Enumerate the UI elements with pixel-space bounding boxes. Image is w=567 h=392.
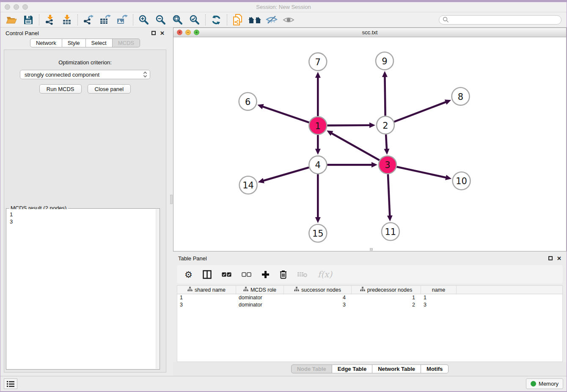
cell-predecessor-nodes[interactable]: 1 [352,294,421,301]
node-label: 7 [315,57,321,67]
column-header-shared-name[interactable]: shared name [177,286,236,294]
new-network-from-selection-button[interactable] [229,14,246,26]
memory-label: Memory [539,381,559,387]
edge-arrow-icon [315,72,321,78]
save-session-button[interactable] [20,14,37,26]
splitter-handle-icon[interactable] [170,195,173,204]
minimize-network-icon[interactable]: − [185,30,191,35]
tab-network[interactable]: Network [30,39,62,47]
column-header-mcds-role[interactable]: MCDS role [236,286,284,294]
node-label: 4 [315,160,321,170]
zoom-selected-button[interactable] [186,14,203,26]
close-panel-button[interactable]: Close panel [88,84,131,94]
memory-button[interactable]: Memory [526,378,563,389]
node-label: 2 [383,121,388,131]
float-panel-icon[interactable] [151,31,156,35]
zoom-fit-button[interactable] [169,14,186,26]
open-session-button[interactable] [3,14,20,26]
toolbar-separator [205,14,206,25]
cell-mcds-role[interactable]: dominator [236,294,284,301]
edge-3-11[interactable] [388,174,390,216]
cell-successor-nodes[interactable]: 3 [284,301,352,309]
edge-arrow-icon [315,217,321,223]
column-header-name[interactable]: name [421,286,457,294]
desktop: Session: New Session Control Pan [0,0,567,392]
first-neighbors-button[interactable] [246,14,263,26]
select-all-icon [222,272,231,277]
right-column: × − + scc.txt 7968124314101511 Table Pan… [173,28,567,376]
table-row[interactable]: 1dominator411 [177,294,562,301]
tab-mcds[interactable]: MCDS [113,39,140,47]
table-row[interactable]: 3dominator323 [177,301,562,309]
tab-node-table[interactable]: Node Table [291,364,332,373]
cell-successor-nodes[interactable]: 4 [284,294,352,301]
edge-2-3[interactable] [386,134,387,149]
cell-name[interactable]: 3 [421,301,457,309]
network-graph[interactable]: 7968124314101511 [173,37,566,251]
traffic-lights-inactive [5,4,28,10]
zoom-in-button[interactable] [135,14,152,26]
export-image-button[interactable] [114,14,131,26]
export-table-button[interactable] [97,14,114,26]
panel-splitter[interactable] [170,28,173,376]
table-panel: Table Panel ✕ ⚙ f(x) [173,253,567,376]
edge-1-2[interactable] [327,125,370,126]
close-network-icon[interactable]: × [177,30,182,35]
cell-shared-name[interactable]: 1 [177,294,236,301]
show-columns-button[interactable] [203,270,212,279]
edge-1-6[interactable] [262,106,309,122]
close-table-panel-icon[interactable]: ✕ [557,255,561,262]
network-window: × − + scc.txt 7968124314101511 [173,28,567,251]
edge-4-14[interactable] [263,167,309,181]
minimize-window-icon[interactable] [14,4,19,10]
run-mcds-button[interactable]: Run MCDS [39,84,82,94]
toolbar-separator [133,14,133,25]
column-header-predecessor-nodes[interactable]: predecessor nodes [352,286,421,294]
shared-column-icon [360,287,365,292]
cell-shared-name[interactable]: 3 [177,301,236,309]
clear-selection-button[interactable] [242,272,251,277]
edge-3-10[interactable] [396,167,446,178]
criterion-value: strongly connected component [25,72,143,78]
criterion-select[interactable]: strongly connected component [20,70,150,79]
edge-arrow-icon [384,149,389,155]
edge-3-1[interactable] [331,133,380,160]
shared-column-icon [294,287,299,292]
zoom-out-button[interactable] [152,14,169,26]
tab-select[interactable]: Select [86,39,113,47]
save-icon [24,15,33,25]
tab-network-table[interactable]: Network Table [372,364,421,373]
apply-layout-button[interactable] [208,14,225,26]
column-header-successor-nodes[interactable]: successor nodes [284,286,352,294]
network-canvas[interactable]: 7968124314101511 [173,37,566,251]
table-settings-button[interactable]: ⚙ [184,270,193,279]
export-network-button[interactable] [80,14,97,26]
tab-motifs[interactable]: Motifs [421,364,449,373]
float-table-panel-icon[interactable] [548,256,553,260]
tab-edge-table[interactable]: Edge Table [332,364,372,373]
node-label: 8 [458,92,463,102]
edge-2-9[interactable] [385,76,385,116]
close-window-icon[interactable] [5,4,10,10]
hide-selected-button[interactable] [263,14,280,26]
refresh-icon [211,14,222,25]
delete-table-button [297,271,308,278]
cell-mcds-role[interactable]: dominator [236,301,284,309]
create-column-button[interactable] [261,271,270,279]
select-all-button[interactable] [222,272,231,277]
canvas-resize-handle[interactable] [370,248,373,251]
delete-columns-button[interactable] [280,270,287,279]
zoom-window-icon[interactable] [22,4,28,10]
cell-predecessor-nodes[interactable]: 2 [352,301,421,309]
cell-name[interactable]: 1 [421,294,457,301]
result-scrollbar[interactable] [156,209,159,369]
edge-2-8[interactable] [394,102,446,122]
import-table-button[interactable] [58,14,75,26]
tab-style[interactable]: Style [62,39,86,47]
zoom-network-icon[interactable]: + [194,30,199,35]
task-history-button[interactable] [4,378,17,389]
close-panel-icon[interactable]: ✕ [160,30,165,36]
import-network-button[interactable] [41,14,58,26]
mcds-result-list[interactable]: 13 [7,209,156,369]
search-input[interactable] [439,15,561,25]
